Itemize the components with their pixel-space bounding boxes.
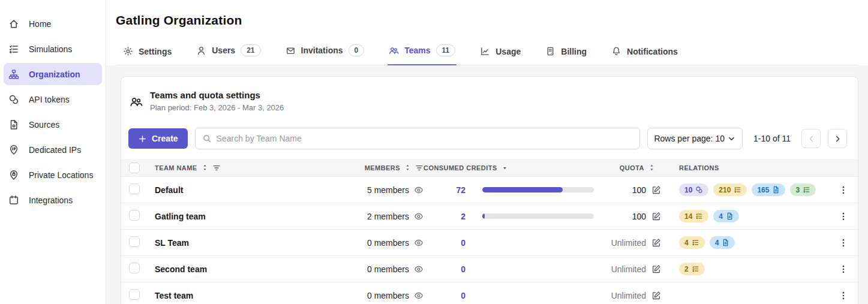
eye-icon[interactable]: [414, 212, 424, 221]
quota-value: Unlimited: [611, 291, 646, 300]
relation-count: 4: [719, 212, 723, 221]
tab-teams[interactable]: Teams11: [388, 41, 456, 65]
relation-badge[interactable]: 2: [679, 263, 705, 275]
sidebar-item-api-tokens[interactable]: API tokens: [4, 88, 102, 110]
table-row: Default5 members72100102101653: [121, 177, 858, 203]
sidebar-item-label: Dedicated IPs: [29, 145, 81, 155]
consumed-credits-value: 0: [424, 264, 465, 274]
column-label: TEAM NAME: [155, 164, 197, 171]
home-icon: [8, 19, 19, 29]
row-checkbox[interactable]: [129, 210, 140, 221]
row-checkbox[interactable]: [129, 263, 140, 273]
table-toolbar: Create Rows per page: 10 1-10 of 11: [121, 112, 858, 159]
relation-count: 10: [684, 186, 692, 194]
eye-icon[interactable]: [414, 264, 424, 274]
relation-count: 4: [684, 239, 689, 247]
edit-icon[interactable]: [651, 264, 661, 274]
tab-label: Teams: [404, 46, 430, 55]
edit-icon[interactable]: [651, 238, 661, 248]
members-cell: 5 members: [334, 185, 424, 195]
plan-period: Plan period: Feb 3, 2026 - Mar 3, 2026: [150, 103, 284, 112]
checklist-icon: [803, 186, 810, 194]
tab-usage[interactable]: Usage: [479, 43, 522, 65]
tab-billing[interactable]: Billing: [544, 43, 588, 65]
edit-icon[interactable]: [651, 291, 661, 300]
sidebar-item-organization[interactable]: Organization: [4, 63, 102, 85]
quota-cell: 100: [597, 212, 669, 221]
relation-badge[interactable]: 10: [679, 183, 708, 196]
row-checkbox[interactable]: [129, 289, 140, 300]
report-icon: [772, 186, 780, 194]
select-all-checkbox[interactable]: [129, 162, 140, 173]
relation-badge[interactable]: 4: [710, 236, 735, 249]
sort-icon[interactable]: [202, 164, 208, 171]
sidebar-item-label: Home: [29, 19, 51, 29]
checklist-icon: [734, 186, 741, 194]
eye-icon[interactable]: [414, 238, 424, 248]
rows-per-page-label: Rows per page: 10: [654, 134, 725, 143]
sidebar-item-private-locations[interactable]: Private Locations: [4, 164, 102, 186]
rows-per-page-select[interactable]: Rows per page: 10: [647, 128, 743, 149]
create-team-button[interactable]: Create: [128, 128, 188, 149]
quota-cell: Unlimited: [597, 264, 669, 274]
sidebar-item-dedicated-ips[interactable]: Dedicated IPs: [4, 139, 102, 161]
row-menu-button[interactable]: [835, 182, 852, 198]
edit-icon[interactable]: [651, 212, 661, 221]
table-row: Gatling team2 members2100144: [121, 203, 858, 230]
relation-badge[interactable]: 4: [679, 236, 705, 249]
eye-icon[interactable]: [414, 185, 424, 195]
tab-invitations[interactable]: Invitations0: [284, 41, 366, 65]
team-name: Default: [148, 185, 334, 195]
sidebar-item-home[interactable]: Home: [4, 13, 102, 35]
api-tokens-icon: [695, 186, 703, 194]
column-header-consumed-credits[interactable]: CONSUMED CREDITS: [424, 164, 597, 171]
row-checkbox[interactable]: [129, 236, 140, 247]
relation-badge[interactable]: 4: [713, 210, 739, 222]
sidebar-item-simulations[interactable]: Simulations: [4, 38, 102, 60]
sidebar-item-integrations[interactable]: Integrations: [4, 189, 102, 211]
relation-count: 3: [795, 186, 800, 194]
sort-desc-icon[interactable]: [501, 164, 508, 171]
relation-badge[interactable]: 3: [790, 183, 816, 196]
column-label: CONSUMED CREDITS: [424, 164, 497, 171]
relation-count: 165: [757, 186, 769, 194]
relations-cell: 2: [669, 263, 829, 275]
row-menu-button[interactable]: [835, 208, 852, 225]
tab-users[interactable]: Users21: [195, 41, 262, 65]
column-header-members[interactable]: MEMBERS: [334, 164, 424, 172]
row-actions-cell: [829, 287, 858, 304]
members-count: 2 members: [367, 212, 409, 221]
relation-badge[interactable]: 210: [713, 183, 747, 196]
column-header-team-name[interactable]: TEAM NAME: [148, 164, 334, 172]
relation-badge[interactable]: 165: [752, 183, 785, 196]
row-checkbox[interactable]: [129, 183, 140, 194]
sidebar-item-sources[interactable]: Sources: [4, 113, 102, 136]
tab-notifications[interactable]: Notifications: [610, 43, 679, 65]
row-menu-button[interactable]: [835, 234, 852, 251]
teams-icon: [130, 91, 143, 112]
previous-page-button[interactable]: [801, 129, 821, 148]
table-row: Second team0 members0Unlimited2: [121, 256, 858, 282]
row-menu-button[interactable]: [835, 287, 852, 304]
row-actions-cell: [829, 234, 858, 251]
row-menu-button[interactable]: [835, 261, 852, 278]
pagination-range: 1-10 of 11: [753, 134, 791, 143]
tab-settings[interactable]: Settings: [122, 43, 173, 65]
sort-icon[interactable]: [404, 164, 411, 171]
search-icon: [202, 134, 212, 143]
members-cell: 0 members: [334, 291, 424, 300]
teams-icon: [389, 46, 399, 56]
checklist-icon: [695, 212, 703, 220]
tab-count-badge: 0: [349, 44, 365, 56]
relation-badge[interactable]: 14: [679, 210, 708, 222]
edit-icon[interactable]: [651, 185, 661, 195]
sort-icon[interactable]: [648, 164, 655, 171]
eye-icon[interactable]: [414, 291, 424, 300]
next-page-button[interactable]: [828, 129, 847, 148]
consumed-credits-value: 2: [424, 212, 465, 221]
column-header-quota[interactable]: QUOTA: [597, 164, 669, 171]
plus-icon: [138, 134, 147, 143]
team-search-input[interactable]: [217, 134, 633, 143]
filter-icon[interactable]: [212, 164, 221, 172]
filter-icon[interactable]: [415, 164, 424, 172]
